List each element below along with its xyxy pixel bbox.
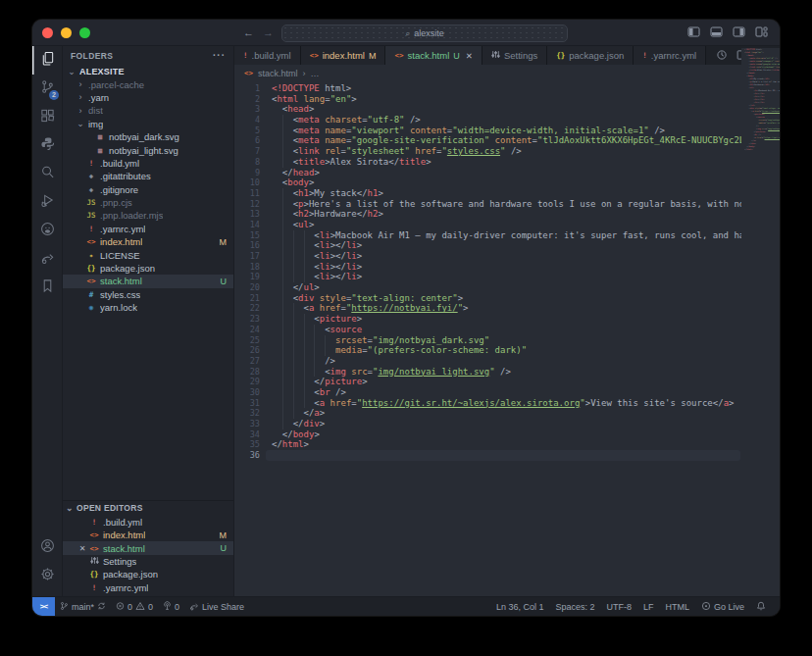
activitybar-python[interactable] [32, 131, 62, 160]
code-line[interactable]: 25 srcset="img/notbyai_dark.svg" [234, 335, 780, 346]
breadcrumb[interactable]: <> stack.html › … [234, 65, 780, 81]
indentation-status[interactable]: Spaces: 2 [549, 602, 600, 612]
live-share-status[interactable]: Live Share [184, 601, 249, 613]
tree-item-dist[interactable]: ›dist [63, 104, 233, 117]
tab-index-html[interactable]: <>index.htmlM [301, 46, 386, 65]
tab--yarnrc-yml[interactable]: !.yarnrc.yml [634, 46, 706, 65]
code-line[interactable]: 32 </a> [234, 408, 780, 419]
tree-item-package-json[interactable]: {}package.json [63, 262, 233, 275]
tree-item--pnp-loader-mjs[interactable]: JS.pnp.loader.mjs [63, 209, 233, 222]
tree-item-stack-html[interactable]: <>stack.htmlU [63, 275, 233, 287]
open-editor-settings[interactable]: Settings [63, 555, 233, 568]
activitybar-accounts[interactable] [32, 533, 62, 562]
code-line[interactable]: 36 [234, 450, 780, 461]
code-line[interactable]: 16 <li></li> [234, 240, 780, 251]
activitybar-search[interactable] [32, 160, 62, 188]
code-line[interactable]: 1<!DOCTYPE html> [234, 83, 780, 94]
code-line[interactable]: 2<html lang="en"> [234, 94, 780, 105]
git-branch-status[interactable]: main* [55, 601, 111, 613]
open-editor--yarnrc-yml[interactable]: !.yarnrc.yml [63, 581, 233, 594]
code-line[interactable]: 4 <meta charset="utf-8" /> [234, 115, 780, 126]
tree-item-yarn-lock[interactable]: ◉yarn.lock [63, 301, 233, 314]
language-mode-status[interactable]: HTML [659, 602, 695, 612]
ports-status[interactable]: 0 [158, 601, 184, 613]
tab-package-json[interactable]: {}package.json [547, 46, 634, 65]
code-line[interactable]: 10 <body> [234, 177, 780, 188]
tree-item--yarnrc-yml[interactable]: !.yarnrc.yml [63, 223, 233, 235]
activitybar-live-share[interactable] [32, 245, 62, 274]
activitybar-explorer[interactable] [32, 46, 62, 75]
code-line[interactable]: 17 <li></li> [234, 251, 780, 262]
notifications-bell[interactable] [750, 601, 772, 613]
tree-item--build-yml[interactable]: !.build.yml [63, 157, 233, 170]
activitybar-run-debug[interactable] [32, 188, 62, 217]
code-line[interactable]: 5 <meta name="viewport" content="width=d… [234, 126, 780, 136]
eol-status[interactable]: LF [637, 602, 660, 612]
close-icon[interactable]: ✕ [466, 51, 473, 61]
code-line[interactable]: 19 <li></li> [234, 272, 780, 282]
history-forward-button[interactable]: → [263, 26, 274, 38]
code-line[interactable]: 33 </div> [234, 419, 780, 429]
code-line[interactable]: 30 <br /> [234, 387, 780, 398]
tree-item--parcel-cache[interactable]: ›.parcel-cache [63, 77, 233, 90]
code-area[interactable]: 1<!DOCTYPE html>2<html lang="en">3 <head… [234, 81, 780, 596]
code-line[interactable]: 28 <img src="img/notbyai_light.svg" /> [234, 367, 780, 378]
code-line[interactable]: 18 <li></li> [234, 262, 780, 273]
close-icon[interactable]: ✕ [76, 544, 88, 553]
history-back-button[interactable]: ← [243, 26, 254, 38]
code-line[interactable]: 22 <a href="https://notbyai.fyi/"> [234, 303, 780, 314]
tab-settings[interactable]: Settings [482, 46, 547, 65]
activitybar-source-control[interactable]: 2 [32, 75, 62, 103]
open-editor--build-yml[interactable]: !.build.yml [63, 516, 233, 529]
code-line[interactable]: 24 <source [234, 325, 780, 335]
cursor-position-status[interactable]: Ln 36, Col 1 [490, 602, 550, 612]
code-line[interactable]: 31 <a href="https://git.sr.ht/~alexjs/al… [234, 398, 780, 409]
tree-item-notbyai-light-svg[interactable]: ▦notbyai_light.svg [63, 143, 233, 156]
command-center-search[interactable]: ⌕ alexsite [281, 25, 568, 42]
code-line[interactable]: 8 <title>Alex Sirota</title> [234, 157, 780, 168]
code-line[interactable]: 9 </head> [234, 168, 780, 178]
open-editor-stack-html[interactable]: ✕<>stack.htmlU [63, 541, 233, 554]
code-line[interactable]: 23 <picture> [234, 314, 780, 325]
code-line[interactable]: 34 </body> [234, 429, 780, 440]
activitybar-extensions[interactable] [32, 103, 62, 131]
tree-item--gitignore[interactable]: ◈.gitignore [63, 183, 233, 196]
tree-item-notbyai-dark-svg[interactable]: ▦notbyai_dark.svg [63, 130, 233, 143]
code-line[interactable]: 3 <head> [234, 104, 780, 115]
code-line[interactable]: 15 <li>Macbook Air M1 — my daily-driver … [234, 230, 780, 241]
code-line[interactable]: 29 </picture> [234, 377, 780, 387]
activitybar-bookmarks[interactable] [32, 274, 62, 302]
open-editor-package-json[interactable]: {}package.json [63, 568, 233, 580]
toggle-sidebar-icon[interactable] [687, 24, 700, 41]
code-line[interactable]: 14 <ul> [234, 220, 780, 230]
toggle-secondary-sidebar-icon[interactable] [733, 24, 745, 41]
activitybar-github[interactable] [32, 217, 62, 245]
tree-item--pnp-cjs[interactable]: JS.pnp.cjs [63, 196, 233, 209]
tree-item-img[interactable]: ⌄img [63, 118, 233, 130]
activitybar-settings[interactable] [32, 562, 62, 590]
code-line[interactable]: 12 <p>Here's a list of the software and … [234, 199, 780, 210]
chevron-down-icon[interactable]: ⌄ [63, 503, 76, 513]
breadcrumb-file[interactable]: stack.html [258, 69, 298, 78]
tab--build-yml[interactable]: !.build.yml [234, 46, 301, 65]
encoding-status[interactable]: UTF-8 [600, 602, 637, 612]
code-line[interactable]: 13 <h2>Hardware</h2> [234, 209, 780, 220]
code-line[interactable]: 20 </ul> [234, 282, 780, 293]
tree-item-styles-css[interactable]: #styles.css [63, 288, 233, 301]
minimap[interactable]: <!DOCTYPE html><html lang="en"> <head> <… [741, 48, 780, 596]
go-live-status[interactable]: Go Live [695, 601, 750, 613]
close-window-button[interactable] [42, 27, 53, 38]
customize-layout-icon[interactable] [755, 24, 768, 41]
remote-indicator[interactable]: >< [32, 597, 55, 616]
tree-item-index-html[interactable]: <>index.htmlM [63, 235, 233, 248]
breadcrumb-more[interactable]: … [311, 69, 320, 78]
problems-status[interactable]: 0 0 [111, 601, 158, 613]
code-line[interactable]: 6 <meta name="google-site-verification" … [234, 135, 780, 146]
toggle-panel-icon[interactable] [710, 24, 723, 41]
code-line[interactable]: 26 media="(prefers-color-scheme: dark)" [234, 345, 780, 356]
tab-stack-html[interactable]: <>stack.htmlU✕ [385, 46, 482, 65]
minimize-window-button[interactable] [61, 27, 72, 38]
tree-item--gitattributes[interactable]: ◈.gitattributes [63, 170, 233, 182]
code-line[interactable]: 27 /> [234, 356, 780, 367]
code-line[interactable]: 35</html> [234, 439, 780, 450]
